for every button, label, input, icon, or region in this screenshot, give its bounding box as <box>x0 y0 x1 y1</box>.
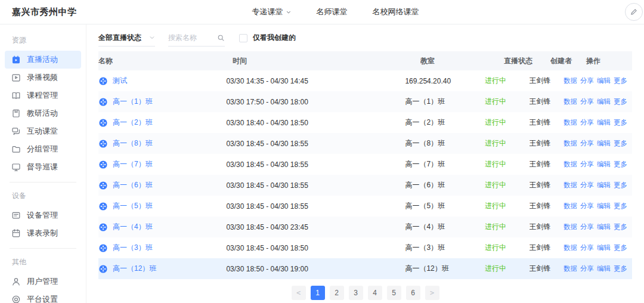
table-row: 高一（3）班03/30 18:45 - 04/30 18:50高一（3）班进行中… <box>98 237 632 258</box>
feedback-button[interactable] <box>625 3 643 21</box>
activity-name-link[interactable]: 高一（8）班 <box>113 138 153 149</box>
pagination-page-6[interactable]: 6 <box>406 286 420 300</box>
only-mine-checkbox[interactable]: 仅看我创建的 <box>239 33 296 43</box>
activity-name-link[interactable]: 高一（4）班 <box>113 222 153 232</box>
topnav-delivery-classroom[interactable]: 专递课堂 <box>252 7 291 17</box>
sidebar-item-group-management[interactable]: 分组管理 <box>5 140 81 158</box>
action-share-link[interactable]: 分享 <box>580 160 594 169</box>
sidebar-item-schedule-recording[interactable]: 课表录制 <box>5 224 81 242</box>
action-edit-link[interactable]: 编辑 <box>597 222 611 231</box>
action-more-link[interactable]: 更多 <box>614 76 627 85</box>
status-badge: 进行中 <box>485 159 530 169</box>
action-share-link[interactable]: 分享 <box>580 181 594 190</box>
action-share-link[interactable]: 分享 <box>580 118 594 127</box>
pagination-prev-button[interactable]: < <box>292 286 306 300</box>
activity-name-link[interactable]: 测试 <box>113 76 127 86</box>
sidebar-item-user-management[interactable]: 用户管理 <box>5 273 81 290</box>
sidebar-item-platform-settings[interactable]: 平台设置 <box>5 290 81 303</box>
action-more-link[interactable]: 更多 <box>614 160 627 169</box>
pagination-page-2[interactable]: 2 <box>330 286 344 300</box>
action-data-link[interactable]: 数据 <box>564 97 577 106</box>
pagination-page-4[interactable]: 4 <box>368 286 382 300</box>
search-input[interactable] <box>168 33 217 42</box>
pagination-next-button[interactable]: > <box>425 286 439 300</box>
status-badge: 进行中 <box>485 97 530 107</box>
live-activities-table: 名称时间教室直播状态创建者操作 测试03/30 14:35 - 04/30 14… <box>98 51 632 279</box>
action-edit-link[interactable]: 编辑 <box>597 160 611 169</box>
action-edit-link[interactable]: 编辑 <box>597 243 611 252</box>
action-share-link[interactable]: 分享 <box>580 97 594 106</box>
action-edit-link[interactable]: 编辑 <box>597 202 611 211</box>
sidebar-item-recorded-videos[interactable]: 录播视频 <box>5 69 81 86</box>
cell-time: 03/30 18:45 - 04/30 18:55 <box>226 160 405 169</box>
pagination-page-3[interactable]: 3 <box>349 286 363 300</box>
action-data-link[interactable]: 数据 <box>564 160 577 169</box>
sidebar-item-teaching-research[interactable]: 教研活动 <box>5 104 81 122</box>
action-more-link[interactable]: 更多 <box>614 118 627 127</box>
action-data-link[interactable]: 数据 <box>564 76 577 85</box>
action-data-link[interactable]: 数据 <box>564 202 577 211</box>
action-share-link[interactable]: 分享 <box>580 243 594 252</box>
cell-time: 03/30 14:35 - 04/30 14:45 <box>226 77 405 85</box>
live-status-select[interactable]: 全部直播状态 <box>98 30 155 47</box>
action-data-link[interactable]: 数据 <box>564 139 577 148</box>
cell-creator: 王剑锋 <box>530 222 564 232</box>
action-data-link[interactable]: 数据 <box>564 118 577 127</box>
action-more-link[interactable]: 更多 <box>614 97 627 106</box>
pagination-page-1[interactable]: 1 <box>311 286 325 300</box>
cell-creator: 王剑锋 <box>530 264 564 274</box>
action-share-link[interactable]: 分享 <box>580 264 594 273</box>
cell-actions: 数据分享编辑更多 <box>564 222 632 231</box>
activity-name-link[interactable]: 高一（5）班 <box>113 201 153 211</box>
school-title: 嘉兴市秀州中学 <box>0 7 77 18</box>
video-icon <box>11 73 21 82</box>
sidebar-item-interactive-classroom[interactable]: 互动课堂 <box>5 122 81 140</box>
cell-creator: 王剑锋 <box>530 76 564 86</box>
activity-name-link[interactable]: 高一（1）班 <box>113 97 153 107</box>
chevron-down-icon <box>286 10 291 15</box>
pagination: <123456> <box>98 279 632 300</box>
action-edit-link[interactable]: 编辑 <box>597 76 611 85</box>
action-edit-link[interactable]: 编辑 <box>597 97 611 106</box>
action-more-link[interactable]: 更多 <box>614 243 627 252</box>
action-more-link[interactable]: 更多 <box>614 139 627 148</box>
cell-actions: 数据分享编辑更多 <box>564 118 632 127</box>
status-badge: 进行中 <box>485 201 530 211</box>
action-more-link[interactable]: 更多 <box>614 222 627 231</box>
action-more-link[interactable]: 更多 <box>614 202 627 211</box>
activity-name-link[interactable]: 高一（2）班 <box>113 118 153 128</box>
action-edit-link[interactable]: 编辑 <box>597 181 611 190</box>
sidebar-item-device-management[interactable]: 设备管理 <box>5 206 81 224</box>
sidebar-item-live-activities[interactable]: 直播活动 <box>5 51 81 69</box>
action-edit-link[interactable]: 编辑 <box>597 139 611 148</box>
activity-name-link[interactable]: 高一（3）班 <box>113 243 153 253</box>
action-data-link[interactable]: 数据 <box>564 243 577 252</box>
topnav-famous-teacher-classroom[interactable]: 名师课堂 <box>316 7 347 17</box>
column-header: 操作 <box>586 56 632 66</box>
activity-name-link[interactable]: 高一（7）班 <box>113 159 153 169</box>
action-share-link[interactable]: 分享 <box>580 76 594 85</box>
top-header: 嘉兴市秀州中学 专递课堂名师课堂名校网络课堂 <box>0 0 644 24</box>
sidebar-item-course-management[interactable]: 课程管理 <box>5 86 81 104</box>
action-edit-link[interactable]: 编辑 <box>597 264 611 273</box>
column-header: 直播状态 <box>504 56 550 66</box>
cell-name: 高一（7）班 <box>98 159 226 169</box>
action-share-link[interactable]: 分享 <box>580 222 594 231</box>
cell-time: 03/30 18:45 - 04/30 18:55 <box>226 140 405 148</box>
sidebar-item-supervision-patrol[interactable]: 督导巡课 <box>5 158 81 176</box>
action-more-link[interactable]: 更多 <box>614 264 627 273</box>
search-icon <box>217 34 225 42</box>
action-more-link[interactable]: 更多 <box>614 181 627 190</box>
action-data-link[interactable]: 数据 <box>564 264 577 273</box>
activity-name-link[interactable]: 高一（12）班 <box>113 264 156 274</box>
sidebar-section-title: 资源 <box>0 28 86 51</box>
topnav-famous-school-network-classroom[interactable]: 名校网络课堂 <box>372 7 419 17</box>
activity-name-link[interactable]: 高一（6）班 <box>113 180 153 190</box>
action-share-link[interactable]: 分享 <box>580 202 594 211</box>
cell-creator: 王剑锋 <box>530 201 564 211</box>
action-share-link[interactable]: 分享 <box>580 139 594 148</box>
action-edit-link[interactable]: 编辑 <box>597 118 611 127</box>
action-data-link[interactable]: 数据 <box>564 181 577 190</box>
action-data-link[interactable]: 数据 <box>564 222 577 231</box>
pagination-page-5[interactable]: 5 <box>387 286 401 300</box>
